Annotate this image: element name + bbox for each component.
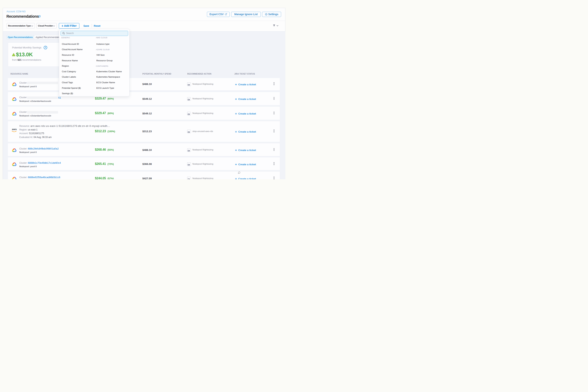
svg-text:?: ? [45,46,46,48]
